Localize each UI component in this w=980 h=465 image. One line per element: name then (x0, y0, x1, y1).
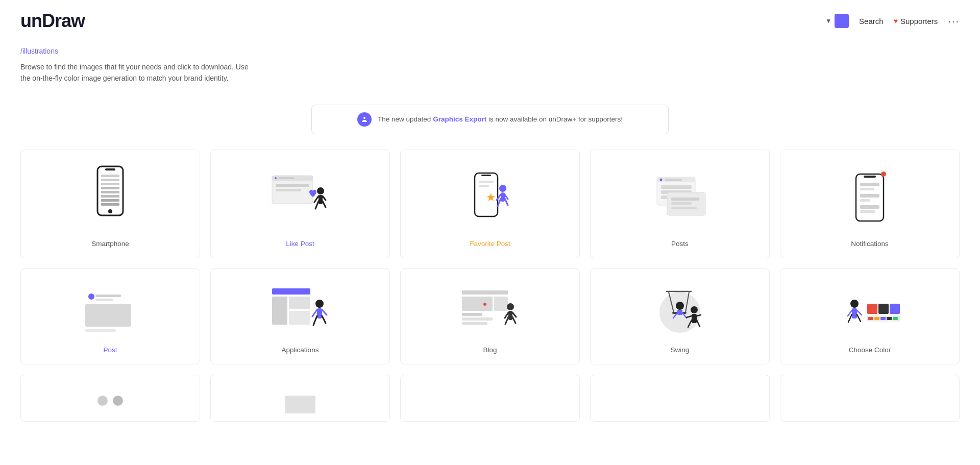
color-picker-button[interactable]: ▼ (825, 14, 849, 28)
card-partial-4[interactable] (590, 375, 770, 422)
card-label-notifications: Notifications (851, 240, 889, 248)
card-illustration-swing (601, 284, 759, 338)
svg-rect-57 (95, 299, 113, 301)
svg-point-0 (363, 117, 365, 119)
svg-rect-61 (272, 297, 287, 325)
svg-rect-43 (671, 198, 699, 201)
card-posts[interactable]: Posts (590, 150, 770, 258)
svg-rect-70 (462, 290, 508, 295)
svg-text:★: ★ (486, 191, 496, 204)
card-notifications[interactable]: Notifications (780, 150, 960, 258)
card-label-swing: Swing (671, 346, 690, 354)
svg-rect-3 (101, 175, 119, 177)
svg-rect-112 (893, 317, 898, 320)
card-applications[interactable]: Applications (210, 268, 390, 364)
card-partial-3[interactable] (400, 375, 580, 422)
card-partial-5[interactable] (780, 375, 960, 422)
svg-rect-63 (289, 311, 310, 325)
card-illustration-smartphone (31, 165, 189, 232)
row-3-partial (20, 375, 960, 422)
row-2: Post Applicati (20, 268, 960, 364)
svg-rect-34 (479, 185, 489, 187)
svg-rect-25 (481, 175, 491, 176)
svg-rect-56 (95, 295, 121, 297)
svg-rect-47 (864, 176, 876, 178)
svg-rect-8 (101, 195, 119, 198)
svg-rect-73 (462, 313, 482, 316)
svg-point-88 (676, 302, 684, 310)
card-illustration-post (31, 284, 189, 338)
svg-point-114 (113, 396, 123, 406)
svg-line-66 (313, 316, 317, 325)
search-link[interactable]: Search (859, 17, 884, 26)
svg-line-20 (315, 201, 318, 209)
card-label-applications: Applications (282, 346, 319, 354)
svg-rect-15 (279, 177, 294, 179)
svg-line-68 (312, 310, 317, 316)
card-smartphone[interactable]: Smartphone (20, 150, 200, 258)
illustrations-grid: Smartphone (0, 150, 980, 422)
svg-point-92 (691, 306, 698, 313)
card-blog[interactable]: Blog (400, 268, 580, 364)
svg-point-98 (850, 300, 859, 308)
svg-rect-48 (860, 183, 879, 186)
svg-rect-72 (494, 297, 508, 311)
svg-point-82 (483, 303, 486, 306)
logo: unDraw (20, 10, 85, 32)
svg-rect-111 (887, 317, 892, 320)
svg-rect-50 (860, 194, 879, 198)
card-partial-2[interactable] (210, 375, 390, 422)
svg-rect-104 (867, 304, 877, 314)
supporters-link[interactable]: ♥ Supporters (894, 17, 938, 26)
svg-point-113 (97, 396, 108, 406)
svg-rect-59 (85, 329, 116, 332)
card-label-favorite-post: Favorite Post (470, 240, 510, 248)
card-choose-color[interactable]: Choose Color (780, 268, 960, 364)
card-swing[interactable]: Swing (590, 268, 770, 364)
illustrations-breadcrumb[interactable]: /illustrations (20, 47, 960, 55)
svg-line-69 (322, 310, 327, 315)
svg-line-101 (857, 314, 861, 322)
svg-rect-108 (868, 317, 873, 320)
card-label-posts: Posts (671, 240, 689, 248)
card-illustration-like-post (221, 165, 379, 232)
svg-point-54 (881, 172, 886, 177)
svg-rect-27 (501, 192, 505, 202)
svg-rect-58 (85, 304, 131, 327)
banner-text: The new updated Graphics Export is now a… (378, 115, 623, 123)
svg-line-21 (323, 201, 326, 207)
svg-rect-10 (101, 203, 119, 206)
card-label-blog: Blog (483, 346, 497, 354)
svg-point-76 (507, 303, 514, 310)
svg-rect-51 (860, 199, 870, 202)
card-illustration-favorite-post: ★ (411, 165, 569, 232)
svg-rect-99 (852, 308, 857, 319)
card-label-post: Post (103, 346, 117, 354)
card-illustration-posts (601, 165, 759, 232)
svg-rect-105 (878, 304, 889, 314)
card-like-post[interactable]: Like Post (210, 150, 390, 258)
svg-rect-52 (860, 205, 879, 209)
heart-icon: ♥ (894, 17, 898, 25)
card-illustration-notifications (791, 165, 949, 232)
more-menu-button[interactable]: ··· (948, 15, 960, 27)
color-swatch (835, 14, 849, 28)
svg-point-11 (108, 209, 112, 213)
svg-rect-74 (462, 317, 493, 321)
card-post[interactable]: Post (20, 268, 200, 364)
graphics-export-link[interactable]: Graphics Export (433, 115, 486, 123)
svg-rect-106 (890, 304, 900, 314)
banner-icon (357, 112, 372, 127)
svg-line-79 (512, 317, 516, 323)
svg-rect-6 (101, 187, 119, 189)
svg-rect-4 (101, 179, 119, 181)
svg-rect-9 (101, 199, 119, 202)
card-favorite-post[interactable]: ★ Favorite Post (400, 150, 580, 258)
svg-rect-60 (272, 288, 310, 295)
svg-point-14 (275, 177, 277, 179)
svg-rect-16 (276, 184, 309, 187)
svg-rect-44 (671, 202, 692, 205)
svg-rect-39 (661, 185, 692, 189)
card-partial-1[interactable] (20, 375, 200, 422)
hero-section: /illustrations Browse to find the images… (0, 42, 980, 100)
